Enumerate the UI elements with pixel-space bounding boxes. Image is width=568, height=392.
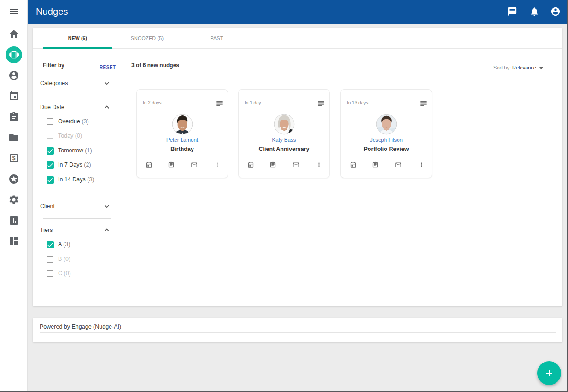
svg-text:$: $ — [12, 155, 16, 161]
